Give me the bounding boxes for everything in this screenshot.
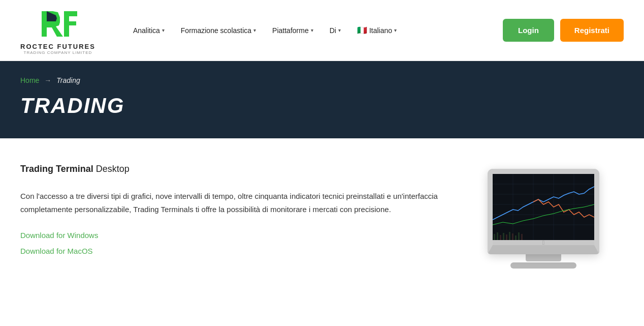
svg-rect-21 <box>518 232 520 240</box>
svg-rect-20 <box>515 235 517 240</box>
svg-rect-22 <box>521 234 523 240</box>
svg-rect-18 <box>509 232 510 240</box>
nav-item-language[interactable]: 🇮🇹 Italiano ▾ <box>350 21 404 39</box>
chevron-down-icon: ▾ <box>394 27 397 33</box>
chevron-down-icon: ▾ <box>253 27 256 33</box>
nav-item-formazione[interactable]: Formazione scolastica ▾ <box>174 22 263 39</box>
hero-banner: Home → Trading TRADING <box>0 61 644 138</box>
breadcrumb: Home → Trading <box>20 76 624 84</box>
section-title-bold: Trading Terminal <box>20 164 93 174</box>
main-nav: Analitica ▾ Formazione scolastica ▾ Piat… <box>126 21 503 39</box>
section-title: Trading Terminal Desktop <box>20 164 457 174</box>
apple-logo-icon:  <box>542 239 544 246</box>
monitor-illustration:  <box>477 169 609 269</box>
section-title-normal: Desktop <box>93 164 130 174</box>
page-title: TRADING <box>20 94 624 118</box>
nav-item-di[interactable]: Di ▾ <box>323 22 348 39</box>
header-buttons: Login Registrati <box>503 19 624 42</box>
monitor-base <box>510 262 576 269</box>
logo-area: ROCTEC FUTURES TRADING COMPANY LIMITED <box>20 6 95 55</box>
logo-icon <box>38 6 78 42</box>
monitor-stand <box>526 254 561 261</box>
breadcrumb-home-link[interactable]: Home <box>20 76 39 84</box>
monitor-frame:  <box>488 169 599 254</box>
breadcrumb-current: Trading <box>56 76 80 84</box>
svg-rect-13 <box>494 234 495 240</box>
svg-rect-16 <box>503 233 504 240</box>
chevron-down-icon: ▾ <box>338 27 341 33</box>
svg-rect-17 <box>506 234 507 240</box>
monitor-chin:  <box>493 240 594 245</box>
chevron-down-icon: ▾ <box>162 27 165 33</box>
chart-svg <box>493 174 594 240</box>
svg-rect-19 <box>512 233 513 240</box>
svg-marker-2 <box>64 11 77 37</box>
chevron-down-icon: ▾ <box>311 27 313 33</box>
svg-rect-14 <box>497 232 498 240</box>
download-macos-link[interactable]: Download for MacOS <box>20 247 457 255</box>
svg-rect-3 <box>493 174 594 240</box>
main-content: Trading Terminal Desktop Con l'accesso a… <box>0 138 644 299</box>
register-button[interactable]: Registrati <box>560 19 624 42</box>
main-description: Con l'accesso a tre diversi tipi di graf… <box>20 190 457 216</box>
logo-text: ROCTEC FUTURES TRADING COMPANY LIMITED <box>20 43 95 55</box>
breadcrumb-separator: → <box>44 76 51 84</box>
nav-item-piattaforme[interactable]: Piattaforme ▾ <box>265 22 320 39</box>
header: ROCTEC FUTURES TRADING COMPANY LIMITED A… <box>0 0 644 61</box>
nav-item-analitica[interactable]: Analitica ▾ <box>126 22 172 39</box>
monitor-screen <box>493 174 594 240</box>
svg-rect-15 <box>500 235 501 240</box>
content-left: Trading Terminal Desktop Con l'accesso a… <box>20 164 457 262</box>
download-windows-link[interactable]: Download for Windows <box>20 231 457 240</box>
login-button[interactable]: Login <box>503 19 554 42</box>
